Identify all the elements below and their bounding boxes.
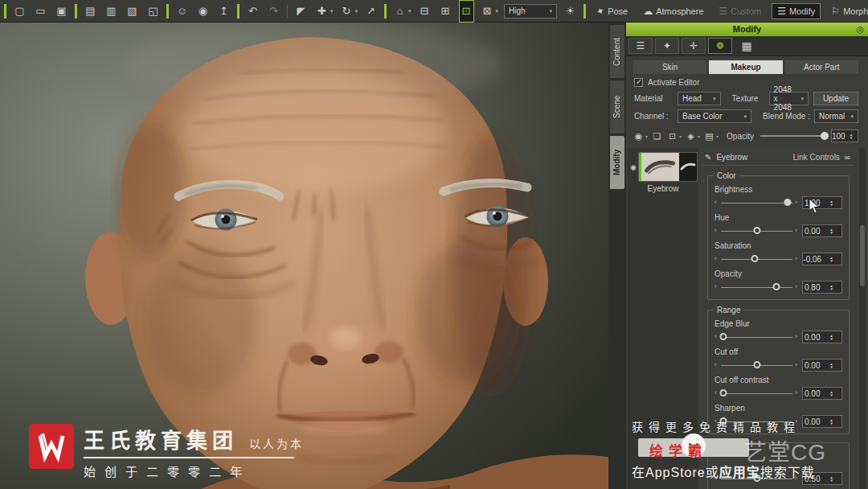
home-view-icon[interactable]: ⌂ [392,1,407,22]
activate-editor-row: Activate Editor [634,78,699,87]
camera-add-icon[interactable]: ⊞ [438,1,453,22]
tab-appearance-icon[interactable]: ❁ [708,38,732,54]
light-icon[interactable]: ☀ [563,1,578,22]
tab-proportion-icon[interactable]: ✛ [682,38,706,54]
activate-editor-checkbox[interactable] [634,78,643,87]
blend-mode-select[interactable]: Normal ▾ [814,109,858,123]
texture-size-select[interactable]: 2048 x 2048 ▾ [769,92,809,105]
marquee-dropdown-icon[interactable]: ▾ [679,134,682,139]
move-tool-icon[interactable]: ✚ [314,1,330,22]
camera-down-icon[interactable]: ⊟ [417,1,432,22]
channel-select[interactable]: Base Color ▾ [678,109,751,123]
saturation-value-input[interactable]: -0.06▴▾ [802,253,842,265]
move-tool-dropdown-icon[interactable]: ▾ [330,8,334,14]
viewport[interactable]: 王氏教育集团 以人为本 始创于二零零二年 [0,23,608,489]
watermark-slogan: 以人为本 [249,435,304,451]
select-tool-icon[interactable]: ◤ [293,1,309,22]
edit-character-icon[interactable]: ☺ [174,1,190,22]
export-character-icon[interactable]: ↥ [216,1,231,22]
cut-off-slider[interactable]: ‹ › 0.00▴▾ [714,359,842,372]
left-watermark: 王氏教育集团 以人为本 始创于二零零二年 [29,424,304,479]
opacity-slider[interactable] [760,135,825,137]
layer-item-eyebrow[interactable]: ◉ [628,152,698,182]
tab-makeup[interactable]: Makeup [709,60,782,74]
cut-off-slider-handle[interactable] [753,361,760,368]
panel-scrollbar-thumb[interactable] [860,225,865,286]
find-character-icon[interactable]: ◉ [195,1,211,22]
eye-visibility-icon[interactable]: ◉ [628,163,638,171]
marquee-select-icon[interactable]: ⊡ [666,131,678,142]
brightness-slider[interactable]: ‹ › 1.00▴▾ [714,196,842,209]
edge-blur-slider-handle[interactable] [719,333,727,340]
tab-actor-part[interactable]: Actor Part [785,60,858,74]
cut-off-contrast-value-input[interactable]: 0.00▴▾ [802,387,842,400]
quality-select[interactable]: High ▾ [504,4,557,18]
edge-blur-slider[interactable]: ‹ › 0.00▴▾ [714,331,842,343]
atmosphere-label: Atmosphere [656,6,703,16]
tab-physics-icon[interactable]: ✦ [655,38,679,54]
hue-slider-handle[interactable] [753,227,760,234]
camera-figure-icon[interactable]: ⊠ [480,1,495,22]
new-project-icon[interactable]: ▢ [12,1,27,22]
cut-off-value-input[interactable]: 0.00▴▾ [802,359,842,372]
panel-pin-icon[interactable]: ◎ [856,23,864,36]
export-file-icon[interactable]: ▧ [125,1,140,22]
brightness-slider-handle[interactable] [784,199,791,206]
home-view-dropdown-icon[interactable]: ▾ [408,8,411,14]
opacity-value-input[interactable]: 100 ▴▾ [831,129,858,142]
eyebrow-layer-thumbnail[interactable] [638,152,698,182]
eyebrow-properties-header[interactable]: ✎ Eyebrow Link Controls ∞ [702,150,854,166]
save-file-icon[interactable]: ▥ [104,1,119,22]
cut-off-contrast-slider-handle[interactable] [719,389,727,397]
tab-texture-checker-icon[interactable]: ▦ [735,38,759,54]
side-tab-scene[interactable]: Scene [610,80,624,134]
side-tab-content[interactable]: Content [610,25,624,78]
modify-button[interactable]: ☰ Modify [772,3,821,19]
update-button[interactable]: Update [813,92,858,105]
bucket-dropdown-icon[interactable]: ▾ [698,134,700,139]
hue-value-input[interactable]: 0.00▴▾ [802,224,842,237]
character-creator-window: ▢ ▭ ▣ ▤ ▥ ▧ ◱ ☺ ◉ ↥ ↶ ↷ ◤ ✚▾ ↻▾ ↗ ⌂▾ ⊟ ⊞… [0,0,868,489]
layer-visibility-icon[interactable]: ◉ [633,131,645,142]
channel-value: Base Color [682,112,722,121]
undo-icon[interactable]: ↶ [245,1,260,22]
import-file-icon[interactable]: ▤ [83,1,98,22]
texture-size-value: 2048 x 2048 [774,85,798,112]
saturation-slider[interactable]: ‹ › -0.06▴▾ [714,253,842,265]
material-select[interactable]: Head ▾ [678,92,721,105]
link-controls-icon[interactable]: ∞ [845,153,850,162]
color-opacity-value-input[interactable]: 0.80▴▾ [802,281,842,294]
camera-figure-dropdown-icon[interactable]: ▾ [496,8,499,14]
tab-skin[interactable]: Skin [633,60,706,74]
tab-morph-sliders-icon[interactable]: ☰ [628,38,653,54]
open-project-icon[interactable]: ▭ [33,1,48,22]
toolbar-separator [237,4,240,18]
side-tab-modify[interactable]: Modify [610,136,624,189]
rotate-tool-icon[interactable]: ↻ [339,1,354,22]
link-controls-label: Link Controls [793,153,840,162]
save-project-icon[interactable]: ▣ [54,1,69,22]
watermark-promo-line: 获得更多免费精品教程 [632,418,862,434]
fill-bucket-icon[interactable]: ◈ [685,131,697,142]
morph-button[interactable]: ⚐ Morph [826,4,868,18]
cut-off-contrast-slider[interactable]: ‹ › 0.00▴▾ [714,387,842,400]
duplicate-layer-icon[interactable]: ❏ [651,131,663,142]
visibility-dropdown-icon[interactable]: ▾ [645,134,648,139]
atmosphere-button[interactable]: ☁ Atmosphere [638,4,708,18]
color-opacity-slider-handle[interactable] [773,283,780,290]
saturation-slider-handle[interactable] [751,255,758,262]
hue-slider[interactable]: ‹ › 0.00▴▾ [714,224,842,237]
opacity-slider-handle[interactable] [821,132,829,140]
paste-dropdown-icon[interactable]: ▾ [716,134,719,139]
edge-blur-value-input[interactable]: 0.00▴▾ [802,331,842,343]
appearance-subtabs: Skin Makeup Actor Part [633,60,858,74]
opacity-spinner[interactable]: ▴▾ [845,133,858,139]
pose-button[interactable]: ✦ Pose [592,4,633,18]
redo-icon[interactable]: ↷ [266,1,281,22]
paste-layer-icon[interactable]: ▤ [703,131,715,142]
rotate-tool-dropdown-icon[interactable]: ▾ [355,8,358,14]
camera-frame-icon[interactable]: ⊡ [459,0,474,23]
render-icon[interactable]: ◱ [145,1,161,22]
color-opacity-slider[interactable]: ‹ › 0.80▴▾ [714,281,842,294]
scale-tool-icon[interactable]: ↗ [363,1,379,22]
